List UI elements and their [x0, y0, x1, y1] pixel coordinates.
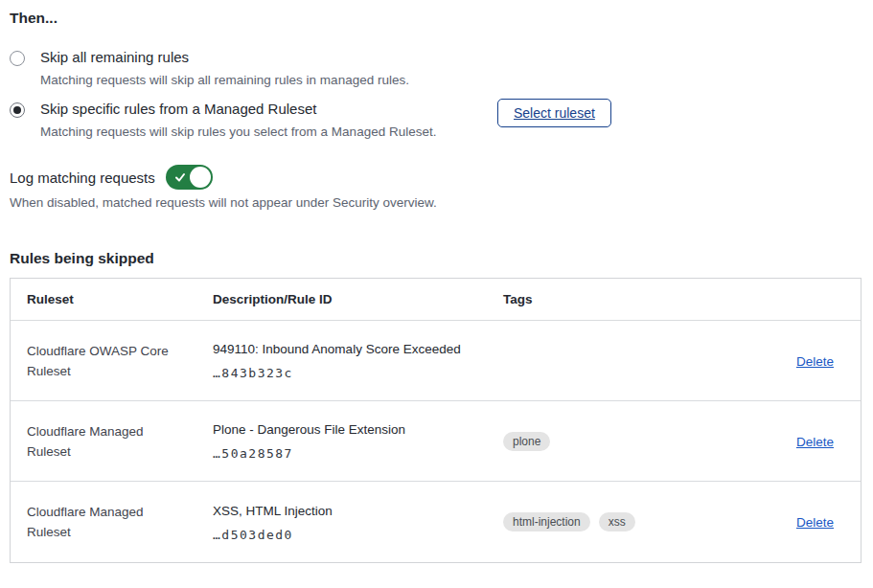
log-matching-row: Log matching requests — [10, 165, 213, 190]
option-skip-specific[interactable]: Skip specific rules from a Managed Rules… — [10, 100, 436, 140]
table-row: Cloudflare OWASP Core Ruleset 949110: In… — [11, 321, 861, 401]
rule-tags: plone — [503, 432, 765, 451]
table-row: Cloudflare Managed Ruleset XSS, HTML Inj… — [11, 482, 861, 562]
rule-description: XSS, HTML Injection — [213, 503, 484, 519]
delete-rule-link[interactable]: Delete — [796, 354, 834, 369]
rules-being-skipped-heading: Rules being skipped — [10, 250, 154, 267]
rule-description: Plone - Dangerous File Extension — [213, 421, 484, 438]
option-skip-specific-label[interactable]: Skip specific rules from a Managed Rules… — [40, 100, 436, 119]
ruleset-name: Cloudflare Managed Ruleset — [27, 502, 182, 542]
table-row: Cloudflare Managed Ruleset Plone - Dange… — [11, 401, 861, 482]
rule-id: …50a28587 — [213, 446, 484, 461]
check-icon — [173, 170, 187, 184]
toggle-knob — [190, 167, 211, 188]
table-header-row: Ruleset Description/Rule ID Tags — [11, 279, 861, 321]
log-matching-description: When disabled, matched requests will not… — [10, 195, 437, 210]
then-heading: Then... — [10, 10, 57, 27]
delete-rule-link[interactable]: Delete — [796, 515, 834, 530]
column-header-tags: Tags — [503, 292, 765, 306]
rule-id: …843b323c — [213, 366, 484, 380]
log-matching-label: Log matching requests — [10, 170, 155, 186]
column-header-description: Description/Rule ID — [213, 292, 503, 306]
log-matching-toggle[interactable] — [166, 165, 213, 190]
select-ruleset-button[interactable]: Select ruleset — [497, 99, 611, 127]
rule-id: …d503ded0 — [213, 528, 484, 542]
column-header-ruleset: Ruleset — [11, 292, 213, 306]
tag-pill: html-injection — [503, 512, 590, 531]
ruleset-name: Cloudflare Managed Ruleset — [27, 421, 182, 462]
skipped-rules-table: Ruleset Description/Rule ID Tags Cloudfl… — [10, 278, 862, 563]
option-skip-all-label[interactable]: Skip all remaining rules — [40, 48, 409, 67]
tag-pill: xss — [599, 512, 635, 531]
rule-description: 949110: Inbound Anomaly Score Exceeded — [213, 341, 484, 357]
waf-rule-action-panel: Then... Skip all remaining rules Matchin… — [0, 0, 873, 588]
option-skip-specific-description: Matching requests will skip rules you se… — [40, 124, 436, 140]
radio-skip-specific[interactable] — [10, 102, 25, 118]
option-skip-all-description: Matching requests will skip all remainin… — [40, 72, 409, 88]
rule-tags: html-injection xss — [503, 512, 765, 531]
ruleset-name: Cloudflare OWASP Core Ruleset — [27, 341, 182, 381]
option-skip-all[interactable]: Skip all remaining rules Matching reques… — [10, 48, 409, 88]
tag-pill: plone — [503, 432, 550, 451]
radio-skip-all[interactable] — [10, 51, 25, 66]
delete-rule-link[interactable]: Delete — [796, 435, 834, 449]
